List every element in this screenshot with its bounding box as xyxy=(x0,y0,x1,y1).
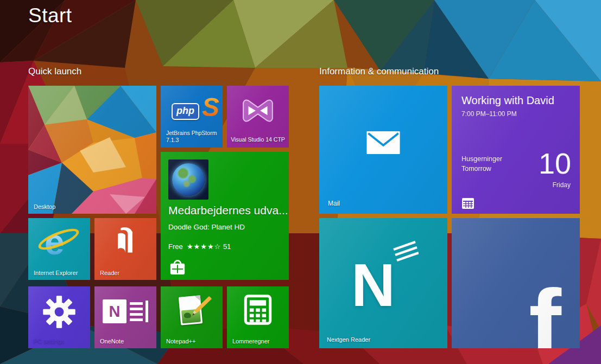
mail-envelope-icon xyxy=(366,131,400,154)
tile-phpstorm[interactable]: php S JetBrains PhpStorm 7.1.3 xyxy=(161,86,223,148)
calculator-icon xyxy=(242,294,274,325)
tile-notepadpp[interactable]: Notepad++ xyxy=(161,286,223,348)
tile-nextgen-reader[interactable]: N Nextgen Reader xyxy=(319,218,447,348)
visual-studio-logo-icon xyxy=(240,95,276,126)
facebook-f-glyph: f xyxy=(529,276,561,348)
calendar-icon xyxy=(461,197,475,209)
store-app-subtitle: Doodle God: Planet HD xyxy=(168,223,245,231)
phpstorm-logo-icon: php S xyxy=(168,98,223,128)
internet-explorer-logo-icon: e xyxy=(36,225,83,267)
tile-label-pc-settings: PC settings xyxy=(34,338,64,344)
calendar-next-event-time: Tomorrow xyxy=(461,164,502,174)
store-app-title: Medarbejdernes udva... xyxy=(168,204,288,217)
store-price: Free xyxy=(168,242,183,251)
tile-reader[interactable]: Reader xyxy=(94,218,156,280)
tile-facebook[interactable]: f xyxy=(452,218,580,348)
gear-icon xyxy=(42,295,76,329)
calendar-next-event: Husgerninger Tomorrow xyxy=(461,154,502,174)
calendar-next-event-title: Husgerninger xyxy=(461,154,502,164)
tile-label-visual-studio: Visual Studio 14 CTP xyxy=(227,136,289,143)
store-bag-icon xyxy=(168,258,187,276)
store-app-thumbnail xyxy=(168,159,208,200)
nextgen-stripes-icon xyxy=(390,241,419,263)
tile-pc-settings[interactable]: PC settings xyxy=(28,286,90,348)
tile-label-mail: Mail xyxy=(328,200,340,207)
tile-label-onenote: OneNote xyxy=(100,338,124,344)
tile-label-reader: Reader xyxy=(100,270,119,276)
tile-label-phpstorm: JetBrains PhpStorm 7.1.3 xyxy=(166,130,217,144)
store-rating-count: 51 xyxy=(223,242,231,251)
onenote-logo-icon: N xyxy=(103,299,148,323)
calendar-date-number: 10 xyxy=(539,149,571,178)
phpstorm-s-glyph: S xyxy=(202,92,219,122)
group-header-information-communication: Information & communication xyxy=(319,66,439,77)
calendar-event-title: Working with David xyxy=(461,94,554,107)
star-rating-icon: ★★★★ xyxy=(187,242,214,251)
desktop-wallpaper-thumbnail xyxy=(28,86,156,214)
tile-calculator[interactable]: Lommeregner xyxy=(227,286,289,348)
star-empty-icon: ☆ xyxy=(214,242,222,251)
page-title: Start xyxy=(28,4,72,27)
group-header-quick-launch: Quick launch xyxy=(28,66,81,77)
tile-label-nextgen-reader: Nextgen Reader xyxy=(327,336,370,343)
php-logo-text: php xyxy=(172,103,199,120)
tile-desktop[interactable]: Desktop xyxy=(28,86,156,214)
tile-onenote[interactable]: N OneNote xyxy=(94,286,156,348)
calendar-day-name: Friday xyxy=(553,181,571,189)
tile-label-calculator: Lommeregner xyxy=(232,338,269,344)
tile-calendar[interactable]: Working with David 7:00 PM–11:00 PM Husg… xyxy=(452,86,580,214)
nextgen-n-glyph: N xyxy=(351,255,395,316)
tile-internet-explorer[interactable]: e Internet Explorer xyxy=(28,218,90,280)
tile-label-desktop: Desktop xyxy=(34,203,55,210)
tile-mail[interactable]: Mail xyxy=(319,86,447,214)
tile-label-notepadpp: Notepad++ xyxy=(166,338,195,344)
onenote-n-glyph: N xyxy=(109,303,121,321)
tile-visual-studio[interactable]: Visual Studio 14 CTP xyxy=(227,86,289,148)
calendar-event-time: 7:00 PM–11:00 PM xyxy=(461,110,517,118)
notepadpp-logo-icon xyxy=(174,294,209,330)
tile-store[interactable]: Medarbejdernes udva... Doodle God: Plane… xyxy=(161,152,289,280)
tile-label-internet-explorer: Internet Explorer xyxy=(34,270,78,276)
nextgen-reader-logo-icon: N xyxy=(348,241,419,322)
reader-book-icon xyxy=(111,226,140,256)
store-app-rating: Free ★★★★☆ 51 xyxy=(168,242,231,251)
start-screen: Start Quick launch Information & communi… xyxy=(0,0,601,364)
